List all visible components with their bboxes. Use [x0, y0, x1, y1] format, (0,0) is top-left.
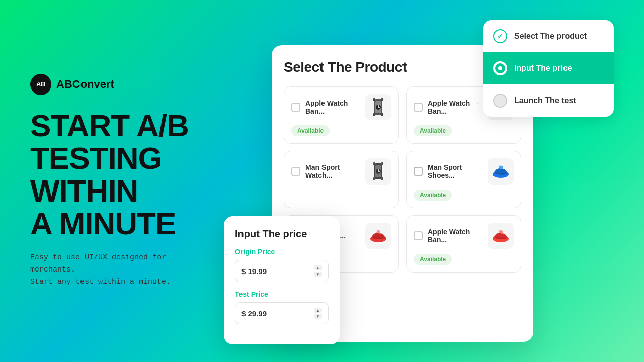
origin-price-input[interactable]: $ 19.99 ▲ ▼ [235, 260, 329, 282]
svg-rect-20 [373, 162, 375, 165]
sport-watch-icon [366, 159, 390, 184]
product-checkbox-3[interactable] [291, 167, 300, 176]
logo-name: ABConvert [56, 78, 114, 91]
left-panel: AB ABConvert START A/BTESTINGWITHINA MIN… [30, 0, 252, 362]
logo-icon: AB [30, 74, 51, 95]
test-price-spinner[interactable]: ▲ ▼ [314, 308, 322, 319]
watch-icon [366, 95, 390, 119]
list-item[interactable]: Apple Watch Ban... Available [406, 215, 521, 273]
product-image [488, 158, 514, 185]
product-checkbox-1[interactable] [291, 103, 300, 112]
price-popup-title: Input The price [235, 228, 329, 240]
svg-rect-28 [496, 173, 506, 174]
product-checkbox-4[interactable] [414, 167, 423, 176]
svg-rect-30 [373, 237, 383, 239]
list-item[interactable]: Man Sport Shoes... Available [406, 151, 521, 208]
step-2-icon [493, 61, 507, 75]
svg-rect-3 [381, 98, 383, 101]
shoes-red-icon [366, 224, 390, 248]
svg-rect-5 [381, 113, 383, 116]
spinner-down-2[interactable]: ▼ [314, 314, 322, 319]
shoes-blue-icon [489, 159, 513, 184]
status-badge: Available [291, 125, 330, 136]
headline: START A/BTESTINGWITHINA MINUTE [30, 109, 252, 240]
origin-price-label: Origin Price [235, 248, 329, 256]
product-image [365, 158, 391, 185]
status-badge: Available [414, 190, 452, 201]
product-name: Apple Watch Ban... [428, 228, 482, 244]
price-popup: Input The price Origin Price $ 19.99 ▲ ▼… [224, 216, 340, 344]
check-icon: ✓ [497, 32, 503, 40]
svg-rect-32 [496, 237, 506, 239]
product-checkbox-2[interactable] [414, 103, 423, 112]
product-name: Man Sport Shoes... [428, 163, 482, 179]
shoes-red2-icon [489, 224, 513, 248]
step-1-label: Select The product [514, 32, 587, 41]
svg-rect-2 [373, 98, 375, 101]
svg-rect-21 [381, 162, 383, 165]
step-2-label: Input The price [514, 64, 572, 73]
step-1-icon: ✓ [493, 29, 507, 43]
svg-rect-4 [373, 113, 375, 116]
product-checkbox-6[interactable] [414, 231, 423, 240]
spinner-up-2[interactable]: ▲ [314, 308, 322, 313]
status-badge: Available [414, 254, 452, 265]
spinner-up[interactable]: ▲ [314, 265, 322, 270]
step-select-product[interactable]: ✓ Select The product [483, 20, 614, 52]
step-3-icon [493, 94, 507, 108]
status-badge: Available [414, 125, 452, 136]
product-name: Apple Watch Ban... [305, 99, 360, 115]
product-image [365, 94, 391, 120]
logo: AB ABConvert [30, 74, 252, 95]
test-price-input[interactable]: $ 29.99 ▲ ▼ [235, 302, 329, 324]
steps-panel: ✓ Select The product Input The price Lau… [483, 20, 614, 117]
origin-price-spinner[interactable]: ▲ ▼ [314, 265, 322, 277]
spinner-down[interactable]: ▼ [314, 272, 322, 277]
test-price-label: Test Price [235, 290, 329, 298]
list-item[interactable]: Apple Watch Ban... Available [284, 86, 399, 144]
list-item[interactable]: Man Sport Watch... [284, 151, 399, 208]
subtitle: Easy to use UI/UX designed for merchants… [30, 252, 201, 288]
origin-price-value: $ 19.99 [242, 267, 310, 276]
product-image [365, 223, 391, 249]
product-image [488, 223, 514, 249]
product-name: Man Sport Watch... [305, 163, 360, 179]
step-launch-test[interactable]: Launch The test [483, 84, 614, 117]
svg-rect-23 [381, 177, 383, 180]
step-3-label: Launch The test [514, 96, 576, 105]
step-input-price[interactable]: Input The price [483, 52, 614, 84]
test-price-value: $ 29.99 [242, 309, 310, 318]
svg-rect-22 [373, 177, 375, 180]
